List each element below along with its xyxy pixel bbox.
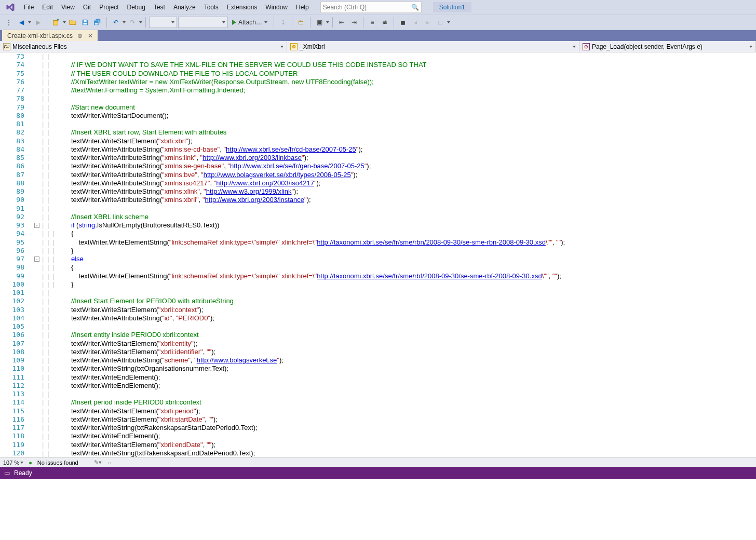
code-line[interactable]: | | textWriter.WriteString(txtRakenskaps…: [42, 449, 756, 457]
code-line[interactable]: | | | {: [42, 263, 756, 272]
step-into-icon[interactable]: ⤵: [277, 17, 289, 28]
nav-forward-button[interactable]: ▶: [32, 17, 44, 28]
code-area[interactable]: | | | | // IF WE DONT WANT TO SAVE THE X…: [42, 52, 756, 457]
code-line[interactable]: | | // IF WE DONT WANT TO SAVE THE XML-F…: [42, 61, 756, 69]
uncomment-icon[interactable]: ≢: [379, 17, 390, 28]
bookmark-icon[interactable]: ◼: [397, 17, 409, 28]
code-line[interactable]: | | textWriter.WriteAttributeString("xml…: [42, 162, 756, 170]
open-file-button[interactable]: [67, 17, 78, 28]
document-tab[interactable]: Create-xml-xbrl.aspx.cs ⊕ ✕: [2, 30, 98, 41]
menu-debug[interactable]: Debug: [123, 3, 150, 12]
outline-toggle[interactable]: -: [34, 223, 39, 228]
chevron-down-icon[interactable]: [447, 21, 450, 23]
code-line[interactable]: | | textWriter.WriteStartElement("xbrli:…: [42, 348, 756, 356]
outline-toggle[interactable]: -: [34, 256, 39, 262]
code-line[interactable]: | | textWriter.WriteEndElement();: [42, 432, 756, 440]
code-line[interactable]: | | //Insert Start Element for PERIOD0 w…: [42, 297, 756, 305]
config-dropdown[interactable]: [149, 17, 177, 28]
save-button[interactable]: [79, 17, 91, 28]
box-select-icon[interactable]: ▣: [314, 17, 325, 28]
code-line[interactable]: | | textWriter.WriteStartElement("xbrli:…: [42, 441, 756, 449]
menu-project[interactable]: Project: [95, 3, 123, 12]
code-line[interactable]: | | textWriter.WriteAttributeString("xml…: [42, 154, 756, 162]
find-in-files-button[interactable]: 🗀: [295, 17, 307, 28]
code-line[interactable]: | |: [42, 390, 756, 398]
menu-extensions[interactable]: Extensions: [223, 3, 262, 12]
code-line[interactable]: | |: [42, 95, 756, 103]
prev-bookmark-icon[interactable]: ◂: [410, 17, 421, 28]
code-line[interactable]: | | textWriter.WriteAttributeString("xml…: [42, 187, 756, 196]
code-line[interactable]: | | | textWriter.WriteElementString("lin…: [42, 238, 756, 247]
chevron-down-icon[interactable]: [123, 21, 126, 23]
code-line[interactable]: | | | }: [42, 247, 756, 255]
tool-icon-2[interactable]: ↔: [107, 460, 113, 466]
code-line[interactable]: | | | }: [42, 280, 756, 289]
code-line[interactable]: | | textWriter.WriteAttributeString("id"…: [42, 314, 756, 322]
indent-left-icon[interactable]: ⇤: [336, 17, 347, 28]
menu-file[interactable]: File: [20, 3, 38, 12]
code-line[interactable]: | |: [42, 52, 756, 61]
outline-markers[interactable]: --: [33, 52, 42, 457]
code-line[interactable]: | | textWriter.WriteAttributeString("xml…: [42, 179, 756, 187]
class-dropdown[interactable]: ⚙ _XmlXbrl: [287, 41, 579, 52]
code-line[interactable]: | | textWriter.WriteString(txtOrganisati…: [42, 365, 756, 373]
code-line[interactable]: | | //Insert entity inside PERIOD0 xbrli…: [42, 331, 756, 339]
menu-help[interactable]: Help: [292, 3, 313, 12]
menu-view[interactable]: View: [57, 3, 79, 12]
chevron-down-icon[interactable]: [63, 21, 66, 23]
code-line[interactable]: | | textWriter.WriteAttributeString("xml…: [42, 145, 756, 154]
tool-icon[interactable]: ✎▾: [94, 459, 102, 466]
code-line[interactable]: | | //Insert XBRL start row, Start Eleme…: [42, 128, 756, 137]
code-line[interactable]: | | textWriter.WriteAttributeString("sch…: [42, 356, 756, 365]
chevron-down-icon[interactable]: [326, 21, 329, 23]
member-dropdown[interactable]: ⊙ Page_Load(object sender, EventArgs e): [579, 41, 756, 52]
solution-selector[interactable]: Solution1: [433, 2, 471, 12]
code-line[interactable]: | |: [42, 120, 756, 128]
redo-button[interactable]: ↷: [127, 17, 138, 28]
menu-tools[interactable]: Tools: [200, 3, 223, 12]
code-line[interactable]: | | textWriter.WriteStartDocument();: [42, 112, 756, 120]
menu-analyze[interactable]: Analyze: [169, 3, 200, 12]
clear-bookmarks-icon[interactable]: ◻: [435, 17, 446, 28]
code-line[interactable]: | | | {: [42, 230, 756, 238]
new-item-button[interactable]: [50, 17, 62, 28]
zoom-dropdown[interactable]: 107 %: [3, 460, 23, 466]
code-line[interactable]: | |: [42, 205, 756, 213]
code-line[interactable]: | | //XmlTextWriter textWriter = new Xml…: [42, 78, 756, 86]
search-input[interactable]: [323, 4, 411, 11]
code-line[interactable]: | | // THE USER COULD DOWNLOAD THE FILE …: [42, 70, 756, 78]
code-line[interactable]: | | textWriter.WriteStartElement("xbrli:…: [42, 415, 756, 424]
comment-icon[interactable]: ≡: [367, 17, 378, 28]
code-line[interactable]: | | //Insert period inside PERIOD0 xbrli…: [42, 398, 756, 407]
code-line[interactable]: | | textWriter.WriteString(txtRakenskaps…: [42, 424, 756, 432]
code-line[interactable]: | | textWriter.WriteAttributeString("xml…: [42, 196, 756, 204]
platform-dropdown[interactable]: [178, 17, 228, 28]
close-icon[interactable]: ✕: [87, 33, 93, 39]
menu-git[interactable]: Git: [79, 3, 95, 12]
code-line[interactable]: | | //Start new document: [42, 103, 756, 112]
code-line[interactable]: | | //textWriter.Formatting = System.Xml…: [42, 86, 756, 95]
menu-test[interactable]: Test: [150, 3, 169, 12]
indent-right-icon[interactable]: ⇥: [348, 17, 360, 28]
code-line[interactable]: | | textWriter.WriteAttributeString("xml…: [42, 171, 756, 179]
code-line[interactable]: | | textWriter.WriteEndElement();: [42, 382, 756, 390]
code-editor[interactable]: 7374757677787980818283848586878889909192…: [0, 52, 756, 457]
code-line[interactable]: | |: [42, 322, 756, 331]
nav-back-button[interactable]: ◀: [16, 17, 27, 28]
search-box[interactable]: 🔍: [320, 2, 422, 13]
code-line[interactable]: | | textWriter.WriteStartElement("xbrli:…: [42, 306, 756, 314]
code-line[interactable]: | |: [42, 289, 756, 297]
code-line[interactable]: | | textWriter.WriteStartElement("xbrli:…: [42, 407, 756, 415]
scope-dropdown[interactable]: C# Miscellaneous Files: [0, 41, 287, 52]
next-bookmark-icon[interactable]: ▸: [422, 17, 434, 28]
window-layout-icon[interactable]: ▭: [4, 469, 10, 477]
code-line[interactable]: | | textWriter.WriteEndElement();: [42, 373, 756, 382]
code-line[interactable]: | | //Insert XBRL link scheme: [42, 213, 756, 221]
code-line[interactable]: | | | textWriter.WriteElementString("lin…: [42, 272, 756, 280]
undo-button[interactable]: ↶: [110, 17, 122, 28]
chevron-down-icon[interactable]: [28, 21, 31, 23]
code-line[interactable]: | | | else: [42, 255, 756, 263]
code-line[interactable]: | | textWriter.WriteStartElement("xbrli:…: [42, 340, 756, 348]
issues-label[interactable]: No issues found: [37, 460, 78, 466]
pin-icon[interactable]: ⊕: [77, 33, 83, 39]
